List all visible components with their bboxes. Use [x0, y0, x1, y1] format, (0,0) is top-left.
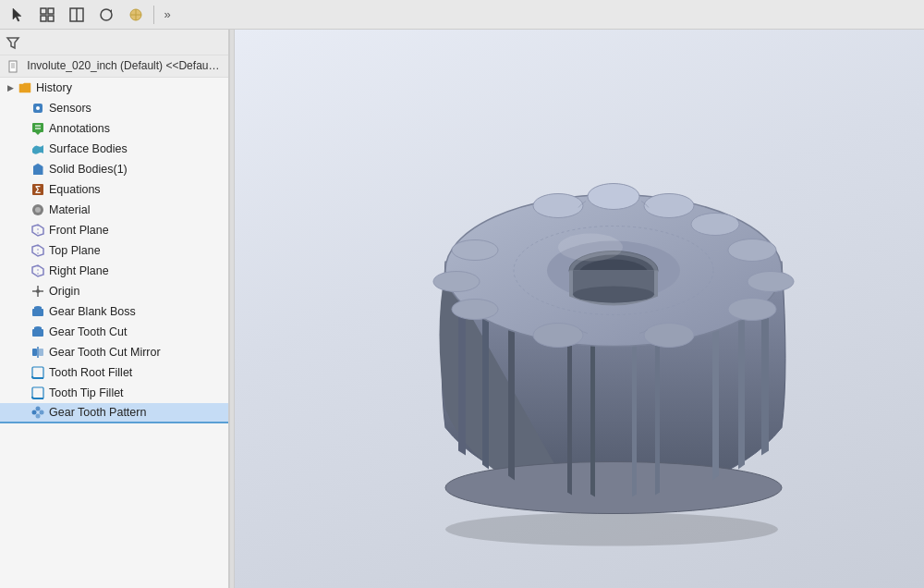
- tree-item-material[interactable]: Material: [0, 200, 228, 220]
- svg-point-56: [533, 194, 583, 218]
- toolbar-more-button[interactable]: »: [158, 3, 176, 27]
- expand-arrow: [17, 224, 30, 237]
- triad-tool-button[interactable]: [122, 3, 150, 27]
- gear-3d-model: [346, 67, 881, 551]
- svg-rect-1: [48, 8, 54, 14]
- select-tool-button[interactable]: [4, 3, 31, 27]
- svg-point-48: [728, 239, 776, 262]
- svg-rect-36: [32, 367, 43, 378]
- svg-rect-9: [9, 61, 17, 72]
- expand-arrow: [17, 305, 30, 318]
- expand-arrow: [17, 244, 30, 257]
- tree-item-sensors[interactable]: Sensors: [0, 98, 228, 118]
- tree-item-label: Right Plane: [49, 264, 109, 277]
- svg-point-50: [728, 299, 776, 321]
- expand-arrow: ▶: [4, 81, 17, 94]
- tree-item-label: Gear Blank Boss: [49, 305, 136, 318]
- tree-item-tooth-root-fillet[interactable]: Tooth Root Fillet: [0, 362, 228, 383]
- annotation-icon: [30, 120, 46, 137]
- tree-item-gear-tooth-cut-mirror[interactable]: Gear Tooth Cut Mirror: [0, 342, 228, 362]
- expand-arrow: [17, 346, 30, 359]
- split-icon: [68, 6, 85, 23]
- rotate-icon: [98, 6, 115, 23]
- svg-point-6: [101, 9, 112, 20]
- split-view-button[interactable]: [63, 3, 91, 27]
- expand-arrow: [17, 203, 30, 216]
- tree-item-label: Equations: [49, 183, 101, 196]
- tree-item-label: Surface Bodies: [49, 142, 128, 155]
- tree-item-annotations[interactable]: Annotations: [0, 118, 228, 139]
- expand-arrow: [17, 264, 30, 277]
- svg-rect-2: [41, 16, 46, 21]
- tree-item-label: Origin: [49, 285, 79, 298]
- svg-point-63: [558, 234, 623, 262]
- svg-point-24: [35, 207, 41, 213]
- cursor-icon: [9, 6, 26, 23]
- tree-item-gear-blank-boss[interactable]: Gear Blank Boss: [0, 301, 228, 322]
- left-panel: Involute_020_inch (Default) <<Default>_D…: [0, 30, 229, 588]
- plane-icon: [30, 242, 46, 259]
- svg-point-39: [36, 406, 41, 410]
- tree-item-label: Tooth Tip Fillet: [49, 386, 124, 399]
- origin-icon: [30, 283, 46, 300]
- tree-item-front-plane[interactable]: Front Plane: [0, 220, 228, 240]
- expand-arrow: [17, 366, 30, 379]
- document-icon: [7, 59, 23, 72]
- fillet-icon: [30, 385, 46, 401]
- svg-marker-16: [35, 132, 41, 135]
- svg-rect-37: [32, 387, 43, 398]
- toolbar: »: [0, 0, 924, 30]
- equation-icon: Σ: [30, 181, 46, 198]
- tree-item-history[interactable]: ▶ History: [0, 78, 228, 98]
- solid-icon: [30, 161, 46, 178]
- feature-icon: [30, 303, 46, 320]
- svg-rect-33: [32, 349, 37, 356]
- tree-container[interactable]: ▶ History Sensors Annotations: [0, 78, 228, 588]
- plane-icon: [30, 222, 46, 239]
- material-icon: [30, 202, 46, 218]
- svg-text:Σ: Σ: [35, 185, 41, 195]
- svg-point-45: [588, 184, 639, 210]
- filter-bar: [0, 30, 228, 55]
- tree-item-label: Top Plane: [49, 244, 101, 257]
- tree-item-origin[interactable]: Origin: [0, 281, 228, 301]
- mirror-icon: [30, 344, 46, 361]
- tree-item-surface-bodies[interactable]: Surface Bodies: [0, 139, 228, 159]
- tree-item-label: Tooth Root Fillet: [49, 366, 132, 379]
- tree-item-solid-bodies[interactable]: Solid Bodies(1): [0, 159, 228, 179]
- svg-point-52: [533, 324, 583, 348]
- viewport-3d[interactable]: [235, 30, 924, 588]
- tree-item-top-plane[interactable]: Top Plane: [0, 240, 228, 261]
- plane-icon: [30, 263, 46, 279]
- expand-arrow: [17, 325, 30, 338]
- tree-item-label: Gear Tooth Cut Mirror: [49, 346, 161, 359]
- svg-point-55: [452, 240, 498, 261]
- main-content: Involute_020_inch (Default) <<Default>_D…: [0, 30, 924, 588]
- tree-item-right-plane[interactable]: Right Plane: [0, 261, 228, 281]
- feature-icon: [30, 324, 46, 340]
- tree-item-gear-tooth-cut[interactable]: Gear Tooth Cut: [0, 322, 228, 342]
- tree-item-label: Annotations: [49, 122, 110, 135]
- svg-rect-34: [39, 349, 43, 356]
- svg-rect-19: [33, 166, 43, 175]
- grid-icon: [39, 6, 55, 23]
- svg-point-38: [32, 410, 37, 414]
- svg-point-61: [573, 287, 654, 303]
- tree-item-label: History: [36, 81, 72, 94]
- tree-item-label: Front Plane: [49, 224, 109, 237]
- tree-item-equations[interactable]: Σ Equations: [0, 179, 228, 200]
- expand-arrow: [17, 142, 30, 155]
- expand-arrow: [17, 163, 30, 176]
- expand-arrow: [17, 122, 30, 135]
- tree-item-tooth-tip-fillet[interactable]: Tooth Tip Fillet: [0, 383, 228, 403]
- tree-item-gear-tooth-pattern[interactable]: Gear Tooth Pattern: [0, 403, 228, 423]
- svg-point-14: [36, 106, 40, 110]
- expand-arrow: [17, 285, 30, 298]
- svg-point-54: [433, 272, 480, 292]
- rotate-tool-button[interactable]: [92, 3, 120, 27]
- svg-point-42: [445, 513, 778, 546]
- grid-view-button[interactable]: [33, 3, 61, 27]
- tree-item-label: Solid Bodies(1): [49, 163, 128, 176]
- expand-arrow: [17, 102, 30, 115]
- pattern-icon: [30, 404, 46, 421]
